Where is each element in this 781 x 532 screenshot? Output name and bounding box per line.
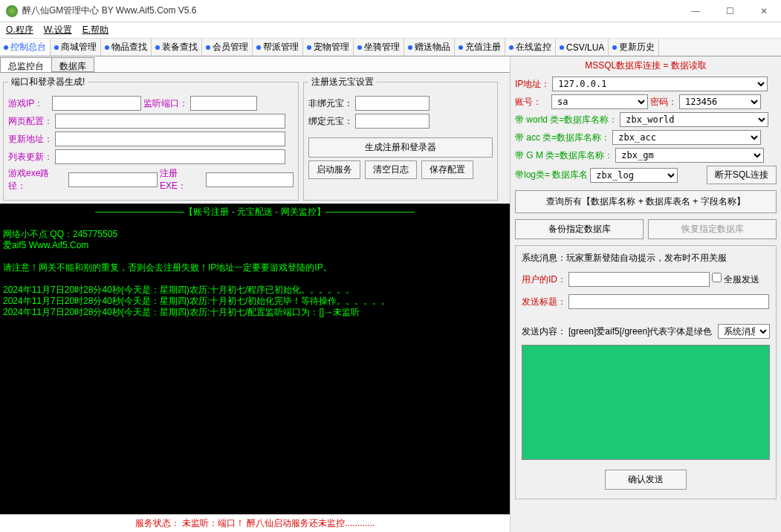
tab-equip-search[interactable]: 装备查找	[152, 39, 202, 56]
label-send-title: 发送标题：	[522, 296, 566, 308]
dot-icon	[4, 45, 8, 50]
input-game-ip[interactable]	[52, 96, 141, 111]
label-update-addr: 更新地址：	[8, 133, 53, 146]
input-send-title[interactable]	[568, 294, 769, 309]
group-reg-legend: 注册送元宝设置	[308, 76, 377, 88]
label-account: 账号：	[515, 96, 549, 108]
btn-generate[interactable]: 生成注册和登录器	[308, 137, 493, 158]
input-user-id[interactable]	[568, 272, 710, 287]
label-exe-path: 游戏exe路径：	[8, 167, 66, 192]
select-log-db[interactable]: zbx_log	[590, 168, 678, 183]
group-port-legend: 端口和登录器生成!	[8, 76, 88, 88]
tab-guild[interactable]: 帮派管理	[253, 39, 303, 56]
label-send-content: 发送内容：	[522, 325, 566, 338]
input-reg-exe[interactable]	[206, 172, 294, 187]
console-header: ——————————【账号注册 - 元宝配送 - 网关监控】——————————	[3, 207, 507, 218]
input-bound[interactable]	[355, 114, 430, 129]
dot-icon	[612, 45, 617, 50]
main-tabs: 控制总台 商城管理 物品查找 装备查找 会员管理 帮派管理 宠物管理 坐骑管理 …	[0, 39, 781, 56]
label-world-db: 带 world 类=数据库名称：	[515, 114, 618, 126]
label-log-db: 带log类= 数据库名	[515, 169, 588, 181]
window-title: 醉八仙GM管理中心 BY Www.Aif5.Com V5.6	[22, 4, 678, 17]
dot-icon	[54, 45, 59, 50]
input-exe-path[interactable]	[68, 172, 158, 187]
label-reg-exe: 注册EXE：	[160, 167, 204, 192]
label-game-ip: 游戏IP：	[8, 97, 50, 110]
checkbox-all-label[interactable]: 全服发送	[712, 273, 759, 286]
btn-clear-log[interactable]: 清空日志	[365, 160, 417, 179]
dot-icon	[206, 45, 210, 50]
tab-recharge[interactable]: 充值注册	[455, 39, 505, 56]
btn-save-config[interactable]: 保存配置	[421, 160, 473, 179]
app-icon	[6, 5, 18, 17]
btn-restore-db: 恢复指定数据库	[648, 219, 777, 239]
console-log: 2024年11月7日20时28分40秒(今天是：星期四)农历:十月初七/配置监听…	[3, 307, 507, 318]
content-hint: [green]爱aif5[/green]代表字体是绿色	[568, 325, 716, 338]
label-ip: IP地址：	[515, 78, 550, 91]
dot-icon	[408, 45, 412, 50]
tab-member[interactable]: 会员管理	[202, 39, 253, 56]
dot-icon	[560, 45, 564, 50]
subtab-monitor[interactable]: 总监控台	[0, 57, 52, 72]
input-list-update[interactable]	[55, 149, 285, 164]
maximize-button[interactable]: ☐	[713, 0, 747, 22]
dot-icon	[105, 45, 109, 50]
menu-program[interactable]: O.程序	[6, 24, 33, 36]
select-account[interactable]: sa	[551, 94, 648, 109]
label-listen-port: 监听端口：	[143, 97, 188, 110]
menu-help[interactable]: E.帮助	[82, 24, 108, 36]
subtab-database[interactable]: 数据库	[51, 57, 94, 72]
group-reg: 注册送元宝设置 非绑元宝： 绑定元宝： 生成注册和登录器 启动服务 清空日志 保…	[303, 76, 498, 201]
tab-csv[interactable]: CSV/LUA	[556, 39, 609, 56]
console-log: 2024年11月7日20时28分40秒(今天是：星期四)农历:十月初七/初始化完…	[3, 296, 507, 307]
tab-control[interactable]: 控制总台	[0, 39, 51, 56]
select-gm-db[interactable]: zbx_gm	[615, 148, 764, 163]
input-unbound[interactable]	[355, 96, 430, 111]
menu-settings[interactable]: W.设置	[44, 24, 72, 36]
minimize-button[interactable]: —	[678, 0, 713, 22]
tab-mall[interactable]: 商城管理	[51, 39, 101, 56]
tab-gift[interactable]: 赠送物品	[404, 39, 455, 56]
tab-mount[interactable]: 坐骑管理	[354, 39, 404, 56]
label-list-update: 列表更新：	[8, 151, 53, 163]
dot-icon	[509, 45, 513, 50]
sys-msg-note: 系统消息：玩家重新登陆自动提示，发布时不用关服	[522, 252, 770, 265]
tab-item-search[interactable]: 物品查找	[101, 39, 152, 56]
console-warn: 请注意！网关不能和别的重复，否则会去注册失败！IP地址一定要要游戏登陆的IP。	[3, 262, 507, 273]
select-password[interactable]: 123456	[679, 94, 761, 109]
tab-monitor[interactable]: 在线监控	[505, 39, 556, 56]
label-user-id: 用户的ID：	[522, 273, 566, 286]
label-web-cfg: 网页配置：	[8, 115, 53, 128]
tab-pet[interactable]: 宠物管理	[303, 39, 354, 56]
console-line: 爱aif5 Www.Aif5.Com	[3, 240, 507, 251]
sub-tabs: 总监控台 数据库	[0, 56, 510, 73]
select-world-db[interactable]: zbx_world	[620, 112, 768, 127]
label-bound: 绑定元宝：	[308, 115, 353, 128]
btn-query-all[interactable]: 查询所有【数据库名称 + 数据库表名 + 字段名称】	[515, 190, 777, 213]
status-line: 服务状态： 未监听：端口！ 醉八仙启动服务还未监控............	[0, 514, 510, 532]
input-web-cfg[interactable]	[55, 114, 285, 129]
db-header: MSSQL数据库连接 = 数据读取	[515, 58, 777, 74]
select-msg-type[interactable]: 系统消息	[718, 324, 770, 339]
select-acc-db[interactable]: zbx_acc	[612, 130, 761, 145]
input-update-addr[interactable]	[55, 132, 285, 146]
group-msg: 系统消息：玩家重新登陆自动提示，发布时不用关服 用户的ID： 全服发送 发送标题…	[515, 245, 777, 499]
label-gm-db: 带 G M 类=数据库名称：	[515, 149, 613, 162]
btn-start-service[interactable]: 启动服务	[308, 160, 360, 179]
tab-history[interactable]: 更新历史	[609, 39, 659, 56]
btn-disconnect-sql[interactable]: 断开SQL连接	[707, 166, 777, 184]
titlebar: 醉八仙GM管理中心 BY Www.Aif5.Com V5.6 — ☐ ✕	[0, 0, 781, 22]
menubar: O.程序 W.设置 E.帮助	[0, 22, 781, 39]
label-password: 密码：	[650, 96, 677, 108]
btn-confirm-send[interactable]: 确认发送	[605, 470, 687, 490]
checkbox-all[interactable]	[712, 273, 722, 282]
textarea-content[interactable]	[522, 345, 770, 460]
label-acc-db: 带 acc 类=数据库名称：	[515, 132, 610, 144]
console: ——————————【账号注册 - 元宝配送 - 网关监控】——————————…	[0, 204, 510, 514]
group-port: 端口和登录器生成! 游戏IP： 监听端口： 网页配置： 更新地址： 列表更新：	[3, 76, 299, 201]
btn-backup-db[interactable]: 备份指定数据库	[515, 219, 644, 239]
input-listen-port[interactable]	[190, 96, 257, 111]
close-button[interactable]: ✕	[747, 0, 781, 22]
select-ip[interactable]: 127.0.0.1	[552, 77, 768, 91]
console-line: 网络小不点 QQ：245775505	[3, 229, 507, 240]
